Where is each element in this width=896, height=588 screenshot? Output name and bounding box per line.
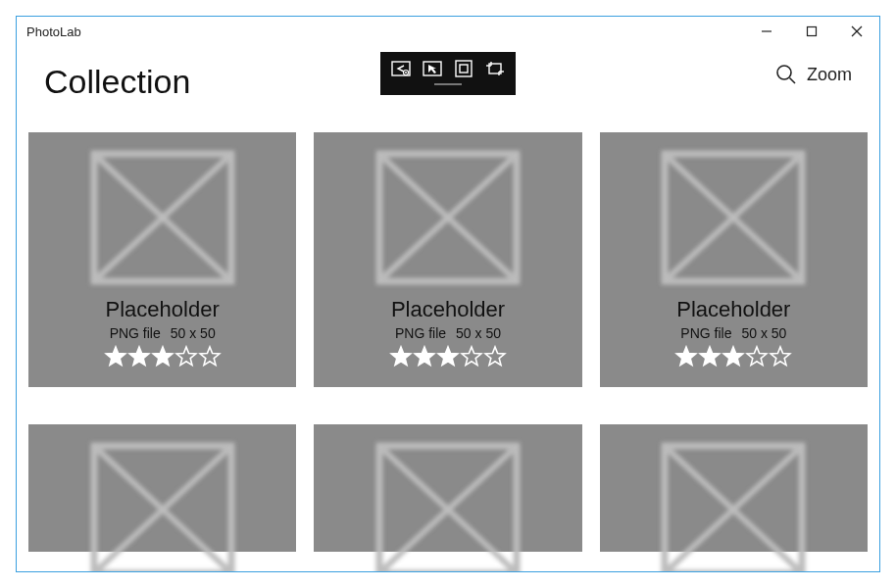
thumbnail — [661, 442, 806, 571]
star-icon[interactable] — [436, 345, 460, 368]
thumbnail — [375, 442, 521, 571]
svg-rect-4 — [392, 62, 410, 75]
placeholder-icon — [90, 150, 235, 285]
svg-rect-9 — [456, 61, 472, 76]
star-icon[interactable] — [698, 345, 722, 368]
star-icon[interactable] — [722, 345, 745, 368]
dimensions: 50 x 50 — [741, 325, 786, 341]
file-type: PNG file — [395, 325, 446, 341]
zoom-button[interactable]: Zoom — [775, 64, 852, 85]
dimensions: 50 x 50 — [456, 325, 501, 341]
thumbnail — [661, 150, 806, 285]
search-icon — [775, 64, 797, 85]
star-icon[interactable] — [104, 345, 127, 368]
image-card[interactable] — [28, 424, 296, 552]
maximize-button[interactable] — [789, 17, 834, 46]
placeholder-icon — [661, 442, 806, 571]
pointer-icon[interactable] — [422, 58, 443, 79]
svg-point-16 — [777, 66, 791, 79]
star-icon[interactable] — [127, 345, 151, 368]
maximize-icon — [806, 25, 818, 37]
star-icon[interactable] — [674, 345, 698, 368]
star-icon[interactable] — [769, 345, 792, 368]
star-icon[interactable] — [413, 345, 436, 368]
titlebar: PhotoLab — [17, 17, 879, 46]
file-type: PNG file — [110, 325, 161, 341]
image-card[interactable] — [314, 424, 581, 552]
image-card[interactable]: Placeholder PNG file 50 x 50 — [28, 132, 296, 387]
card-title: Placeholder — [106, 297, 220, 322]
header: Collection — [17, 46, 879, 117]
image-card[interactable] — [600, 424, 868, 552]
card-meta: PNG file 50 x 50 — [395, 325, 501, 341]
card-meta: PNG file 50 x 50 — [110, 325, 216, 341]
close-button[interactable] — [834, 17, 879, 46]
card-meta: PNG file 50 x 50 — [680, 325, 786, 341]
rating[interactable] — [674, 345, 792, 368]
svg-rect-10 — [460, 65, 468, 73]
zoom-label: Zoom — [807, 65, 852, 85]
placeholder-icon — [661, 150, 806, 285]
debug-toolbar[interactable] — [380, 52, 516, 95]
star-icon[interactable] — [151, 345, 174, 368]
svg-rect-1 — [808, 27, 817, 36]
minimize-icon — [761, 25, 772, 37]
page-title: Collection — [44, 63, 190, 101]
star-icon[interactable] — [483, 345, 507, 368]
placeholder-icon — [90, 442, 235, 571]
star-icon[interactable] — [389, 345, 413, 368]
thumbnail — [90, 442, 235, 571]
dimensions: 50 x 50 — [171, 325, 216, 341]
rating[interactable] — [389, 345, 507, 368]
toolbar-grip-icon[interactable] — [434, 83, 462, 85]
star-icon[interactable] — [460, 345, 483, 368]
close-icon — [851, 25, 863, 37]
card-title: Placeholder — [676, 297, 790, 322]
square-icon[interactable] — [453, 58, 474, 79]
thumbnail — [375, 150, 521, 285]
thumbnail — [90, 150, 235, 285]
return-icon[interactable] — [390, 58, 412, 79]
window-controls — [744, 17, 879, 46]
window-title: PhotoLab — [26, 24, 81, 39]
rating[interactable] — [104, 345, 222, 368]
star-icon[interactable] — [198, 345, 222, 368]
placeholder-icon — [375, 442, 521, 571]
gallery[interactable]: Placeholder PNG file 50 x 50 Placeholder… — [28, 132, 868, 571]
svg-line-17 — [789, 78, 795, 84]
file-type: PNG file — [680, 325, 731, 341]
star-icon[interactable] — [174, 345, 198, 368]
app-window: PhotoLab Collection — [16, 16, 880, 572]
crop-icon[interactable] — [484, 58, 506, 79]
minimize-button[interactable] — [744, 17, 789, 46]
star-icon[interactable] — [745, 345, 769, 368]
placeholder-icon — [375, 150, 521, 285]
image-card[interactable]: Placeholder PNG file 50 x 50 — [314, 132, 581, 387]
card-title: Placeholder — [391, 297, 505, 322]
image-card[interactable]: Placeholder PNG file 50 x 50 — [600, 132, 868, 387]
